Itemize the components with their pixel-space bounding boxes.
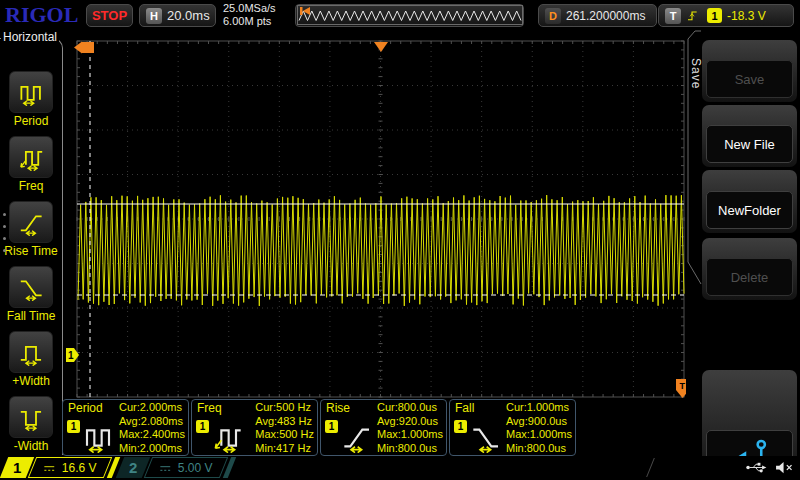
measurement-value: Avg:920.0us bbox=[377, 415, 443, 429]
measurement-value: Max:2.400ms bbox=[119, 428, 185, 442]
menu-item-label: -Width bbox=[0, 439, 62, 453]
scroll-dot bbox=[3, 249, 6, 252]
measurement-value: Avg:900.0us bbox=[506, 415, 572, 429]
period-icon bbox=[82, 421, 116, 453]
scroll-dot bbox=[3, 213, 6, 216]
menu-item-fall-time[interactable]: Fall Time bbox=[0, 266, 62, 323]
channel-1-number: 1 bbox=[13, 459, 21, 476]
source-channel-badge: 1 bbox=[454, 420, 467, 433]
menu-item-width[interactable]: +Width bbox=[0, 331, 62, 388]
d-keycap: D bbox=[545, 8, 561, 24]
measurement-value: Cur:1.000ms bbox=[506, 401, 572, 415]
freq-icon bbox=[9, 136, 53, 178]
menu-item-rise-time[interactable]: Rise Time bbox=[0, 201, 62, 258]
trigger-delay-box[interactable]: D 261.200000ms bbox=[538, 4, 657, 27]
svg-text:1: 1 bbox=[68, 350, 74, 361]
horizontal-measure-menu: Horizontal PeriodFreqRise TimeFall Time+… bbox=[0, 38, 63, 455]
save-menu: Save SaveNew FileNewFolderDelete bbox=[686, 30, 800, 455]
measurement-value: Cur:800.0us bbox=[377, 401, 443, 415]
sample-rate: 25.0MSa/s bbox=[223, 2, 276, 15]
button-label: New File bbox=[724, 137, 775, 152]
measurement-value: Cur:2.000ms bbox=[119, 401, 185, 415]
menu-item-label: Freq bbox=[0, 179, 62, 193]
measurement-name: Period bbox=[68, 401, 103, 415]
softkey-slot: NewFolder bbox=[702, 170, 797, 233]
menu-tab-label: Save bbox=[689, 56, 703, 91]
measurement-name: Fall bbox=[455, 401, 474, 415]
menu-item-freq[interactable]: Freq bbox=[0, 136, 62, 193]
top-status-bar: RIGOL STOP H 20.0ms 25.0MSa/s 6.00M pts … bbox=[0, 0, 800, 30]
rigol-logo: RIGOL bbox=[5, 2, 78, 28]
source-channel-badge: 1 bbox=[196, 420, 209, 433]
measurement-panel-freq: Freq1Cur:500 HzAvg:483 HzMax:500 HzMin:4… bbox=[191, 399, 318, 456]
channel-2-scale: 5.00 V bbox=[178, 461, 213, 475]
horizontal-timebase-box[interactable]: H 20.0ms bbox=[139, 4, 216, 27]
run-state-badge: STOP bbox=[86, 4, 133, 27]
delay-value: 261.200000ms bbox=[566, 9, 645, 23]
speaker-muted-icon bbox=[775, 460, 794, 475]
save-button[interactable]: Save bbox=[706, 60, 793, 98]
measurement-panel-fall: Fall1Cur:1.000msAvg:900.0usMax:1.000msMi… bbox=[449, 399, 576, 456]
measurement-value: Avg:2.080ms bbox=[119, 415, 185, 429]
timebase-value: 20.0ms bbox=[167, 8, 210, 23]
measurement-panel-rise: Rise1Cur:800.0usAvg:920.0usMax:1.000msMi… bbox=[320, 399, 447, 456]
channel-2-number: 2 bbox=[129, 459, 137, 476]
menu-item-label: Period bbox=[0, 114, 62, 128]
fall-time-icon bbox=[469, 421, 503, 453]
new-file-button[interactable]: New File bbox=[706, 125, 793, 163]
neg-width-icon bbox=[9, 396, 53, 438]
oscilloscope-screen: RIGOL STOP H 20.0ms 25.0MSa/s 6.00M pts … bbox=[0, 0, 800, 480]
left-menu-title: Horizontal bbox=[1, 30, 59, 44]
delete-button[interactable]: Delete bbox=[706, 258, 793, 296]
measurement-name: Rise bbox=[326, 401, 350, 415]
newfolder-button[interactable]: NewFolder bbox=[706, 191, 793, 229]
dc-coupling-icon bbox=[159, 463, 172, 472]
trigger-info-box[interactable]: T 1 -18.3 V bbox=[658, 4, 794, 27]
menu-item-label: Rise Time bbox=[0, 244, 62, 258]
menu-item-width[interactable]: -Width bbox=[0, 396, 62, 453]
acquisition-info: 25.0MSa/s 6.00M pts bbox=[223, 2, 276, 28]
measurement-name: Freq bbox=[197, 401, 222, 415]
menu-item-label: +Width bbox=[0, 374, 62, 388]
measurement-value: Min:417 Hz bbox=[255, 442, 314, 456]
source-channel-badge: 1 bbox=[67, 420, 80, 433]
menu-item-label: Fall Time bbox=[0, 309, 62, 323]
memory-depth: 6.00M pts bbox=[223, 15, 276, 28]
softkey-slot: New File bbox=[702, 105, 797, 167]
measurement-value: Avg:483 Hz bbox=[255, 415, 314, 429]
measurement-value: Max:500 Hz bbox=[255, 428, 314, 442]
rise-time-icon bbox=[9, 201, 53, 243]
memory-waveform-preview[interactable] bbox=[295, 4, 524, 27]
svg-text:T: T bbox=[680, 381, 686, 391]
usb-icon bbox=[745, 460, 768, 475]
softkey-slot: Save bbox=[702, 40, 797, 102]
measurement-row: Period1Cur:2.000msAvg:2.080msMax:2.400ms… bbox=[62, 399, 578, 456]
softkey-slot: Delete bbox=[702, 238, 797, 300]
pos-width-icon bbox=[9, 331, 53, 373]
channel-1-tab[interactable]: 1 16.6 V bbox=[4, 457, 116, 478]
bottom-bar-divider bbox=[646, 458, 655, 477]
waveform-display-area: 1T bbox=[65, 30, 686, 398]
trigger-level-value: -18.3 V bbox=[727, 9, 766, 23]
measurement-value: Max:1.000ms bbox=[506, 428, 572, 442]
measurement-value: Max:1.000ms bbox=[377, 428, 443, 442]
source-channel-badge: 1 bbox=[325, 420, 338, 433]
measurement-value: Cur:500 Hz bbox=[255, 401, 314, 415]
scope-display: 1T bbox=[65, 30, 686, 398]
fall-time-icon bbox=[9, 266, 53, 308]
channel-2-tab[interactable]: 2 5.00 V bbox=[120, 457, 232, 478]
channel-1-scale: 16.6 V bbox=[62, 461, 97, 475]
button-label: Save bbox=[735, 72, 765, 87]
measurement-value: Min:800.0us bbox=[377, 442, 443, 456]
freq-icon bbox=[211, 421, 245, 453]
rise-time-icon bbox=[340, 421, 374, 453]
period-icon bbox=[9, 71, 53, 113]
menu-tab-outline bbox=[686, 30, 702, 455]
scroll-dot bbox=[3, 225, 6, 228]
h-keycap: H bbox=[146, 8, 162, 24]
measurement-value: Min:800.0us bbox=[506, 442, 572, 456]
button-label: NewFolder bbox=[718, 203, 781, 218]
measurement-value: Min:2.000ms bbox=[119, 442, 185, 456]
menu-item-period[interactable]: Period bbox=[0, 71, 62, 128]
bottom-status-bar: 1 16.6 V 2 5.00 V bbox=[0, 456, 800, 480]
